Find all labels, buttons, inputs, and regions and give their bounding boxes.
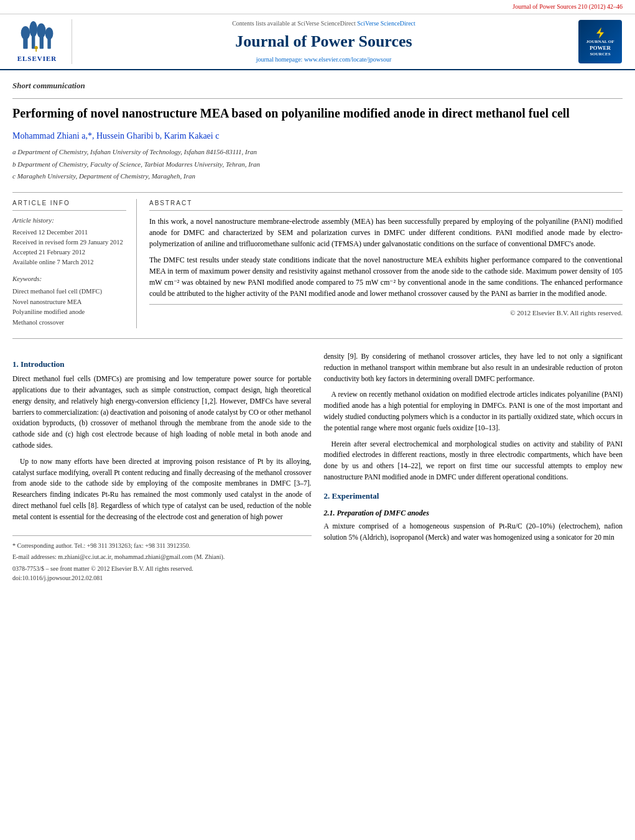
affiliations: a Department of Chemistry, Isfahan Unive…: [12, 147, 623, 182]
section1-p1: Direct methanol fuel cells (DMFCs) are p…: [12, 374, 312, 451]
abstract-heading: ABSTRACT: [149, 199, 623, 211]
abstract-col: ABSTRACT In this work, a novel nanostruc…: [149, 199, 623, 328]
online-date: Available online 7 March 2012: [12, 257, 126, 267]
svg-point-1: [21, 26, 30, 40]
journal-header: ELSEVIER Contents lists available at Sci…: [0, 14, 635, 70]
email-text: E-mail addresses: m.zhiani@cc.iut.ac.ir,…: [12, 553, 193, 560]
history-label: Article history:: [12, 216, 126, 225]
badge-title-line1: JOURNAL OF: [586, 39, 614, 44]
keyword-2: Novel nanostructure MEA: [12, 297, 126, 308]
keywords-section: Keywords: Direct methanol fuel cell (DMF…: [12, 274, 126, 328]
article-type: Short communication: [12, 80, 623, 91]
section2-title-text: Experimental: [332, 491, 379, 501]
section1-right-body: density [9]. By considering of methanol …: [324, 351, 623, 483]
svg-rect-6: [47, 39, 50, 48]
article-history: Article history: Received 12 December 20…: [12, 216, 126, 267]
abstract-p2: The DMFC test results under steady state…: [149, 254, 623, 299]
body-col-left: 1. Introduction Direct methanol fuel cel…: [12, 351, 312, 584]
journal-logo-right: JOURNAL OF POWER SOURCES: [575, 19, 625, 64]
journal-homepage-link[interactable]: journal homepage: www.elsevier.com/locat…: [256, 56, 392, 63]
affiliation-b: b Department of Chemistry, Faculty of Sc…: [12, 159, 623, 170]
journal-title: Journal of Power Sources: [235, 30, 412, 53]
section1-title-text: Introduction: [21, 359, 65, 369]
badge-title-line2: POWER: [590, 45, 611, 52]
section2-title: 2. Experimental: [324, 491, 623, 502]
body-col-right: density [9]. By considering of methanol …: [324, 351, 623, 584]
revised-date: Received in revised form 29 January 2012: [12, 238, 126, 247]
abstract-p1: In this work, a novel nanostructure memb…: [149, 216, 623, 249]
article-info-abstract: ARTICLE INFO Article history: Received 1…: [12, 199, 623, 328]
affiliation-c: c Maragheh University, Department of Che…: [12, 171, 623, 182]
svg-point-8: [34, 45, 37, 48]
body-divider: [12, 338, 623, 339]
keyword-4: Methanol crossover: [12, 318, 126, 328]
article-title: Performing of novel nanostructure MEA ba…: [12, 105, 623, 121]
elsevier-wordmark: ELSEVIER: [17, 54, 57, 63]
header-divider: [12, 192, 623, 193]
section2-p1: A mixture comprised of a homogeneous sus…: [324, 521, 623, 543]
svg-point-3: [29, 21, 37, 36]
journal-homepage: journal homepage: www.elsevier.com/locat…: [256, 55, 392, 64]
journal-center-header: Contents lists available at SciVerse Sci…: [78, 19, 569, 64]
email-note-author: (M. Zhiani).: [194, 553, 225, 560]
title-divider-top: [12, 98, 623, 99]
power-sources-badge: JOURNAL OF POWER SOURCES: [578, 20, 622, 63]
copyright: © 2012 Elsevier B.V. All rights reserved…: [149, 304, 623, 318]
article-info-col: ARTICLE INFO Article history: Received 1…: [12, 199, 137, 328]
elsevier-logo: ELSEVIER: [10, 19, 72, 64]
keyword-3: Polyaniline modified anode: [12, 307, 126, 318]
section2-number: 2.: [324, 491, 330, 501]
section1-right-p1: density [9]. By considering of methanol …: [324, 351, 623, 384]
section2-body: A mixture comprised of a homogeneous sus…: [324, 521, 623, 543]
section1-p2: Up to now many efforts have been directe…: [12, 456, 312, 523]
lightning-icon: [591, 27, 609, 39]
section1-right-p2: A review on recently methanol oxidation …: [324, 389, 623, 433]
keywords-label: Keywords:: [12, 274, 126, 284]
affiliation-a: a Department of Chemistry, Isfahan Unive…: [12, 147, 623, 158]
badge-title-line3: SOURCES: [590, 52, 610, 57]
section2-1-subtitle: 2.1. Preparation of DMFC anodes: [324, 508, 623, 519]
sciverse-text: Contents lists available at SciVerse Sci…: [232, 19, 415, 28]
section1-right-p3: Herein after several electrochemical and…: [324, 439, 623, 483]
svg-rect-4: [39, 36, 43, 48]
doi-line: doi:10.1016/j.jpowsour.2012.02.081: [12, 573, 312, 583]
svg-marker-10: [596, 27, 604, 39]
journal-citation: Journal of Power Sources 210 (2012) 42–4…: [512, 3, 623, 10]
footer-notes: * Corresponding author. Tel.: +98 311 39…: [12, 535, 312, 583]
section2-1-number: 2.1.: [324, 509, 335, 517]
section1-title: 1. Introduction: [12, 359, 312, 370]
section1-number: 1.: [12, 359, 19, 369]
authors: Mohammad Zhiani a,*, Hussein Gharibi b, …: [12, 130, 623, 142]
corresponding-note: * Corresponding author. Tel.: +98 311 39…: [12, 541, 312, 550]
email-note: E-mail addresses: m.zhiani@cc.iut.ac.ir,…: [12, 552, 312, 561]
svg-point-5: [37, 23, 46, 38]
issn-line: 0378-7753/$ – see front matter © 2012 El…: [12, 564, 312, 573]
article-info-heading: ARTICLE INFO: [12, 199, 126, 211]
content-area: Short communication Performing of novel …: [0, 70, 635, 594]
section1-body: Direct methanol fuel cells (DMFCs) are p…: [12, 374, 312, 523]
section2-1-title: Preparation of DMFC anodes: [337, 509, 429, 517]
received-date: Received 12 December 2011: [12, 228, 126, 238]
svg-point-7: [45, 27, 53, 39]
abstract-text: In this work, a novel nanostructure memb…: [149, 216, 623, 299]
page-wrapper: Journal of Power Sources 210 (2012) 42–4…: [0, 0, 635, 594]
sciverse-link[interactable]: SciVerse ScienceDirect: [357, 20, 415, 27]
keyword-1: Direct methanol fuel cell (DMFC): [12, 287, 126, 297]
journal-citation-bar: Journal of Power Sources 210 (2012) 42–4…: [0, 0, 635, 14]
body-columns: 1. Introduction Direct methanol fuel cel…: [12, 345, 623, 584]
accepted-date: Accepted 21 February 2012: [12, 247, 126, 257]
elsevier-tree-icon: [19, 21, 56, 52]
